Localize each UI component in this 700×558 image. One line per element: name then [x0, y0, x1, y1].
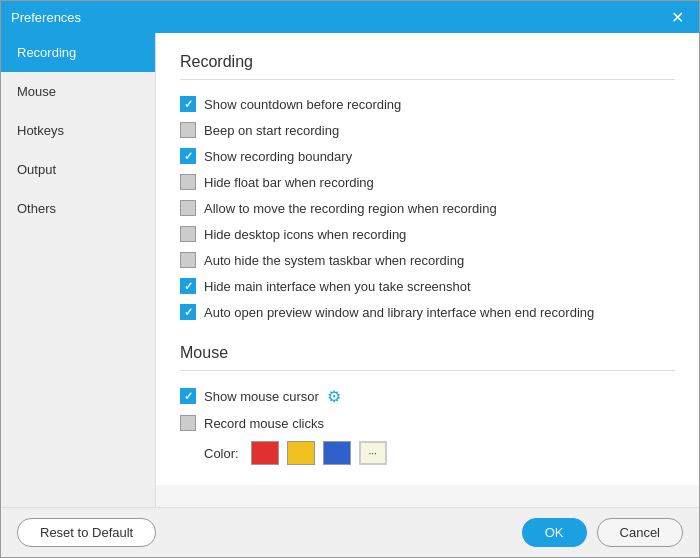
cancel-button[interactable]: Cancel: [597, 518, 683, 547]
color-more-button[interactable]: ···: [359, 441, 387, 465]
label-countdown: Show countdown before recording: [204, 97, 401, 112]
window-title: Preferences: [11, 10, 665, 25]
label-taskbar: Auto hide the system taskbar when record…: [204, 253, 464, 268]
sidebar-item-mouse[interactable]: Mouse: [1, 72, 155, 111]
reset-button[interactable]: Reset to Default: [17, 518, 156, 547]
checkbox-row-taskbar: Auto hide the system taskbar when record…: [180, 252, 675, 268]
checkbox-beep[interactable]: [180, 122, 196, 138]
checkbox-row-boundary: Show recording boundary: [180, 148, 675, 164]
recording-section-title: Recording: [180, 53, 675, 80]
main-content: Recording Show countdown before recordin…: [156, 33, 699, 485]
checkbox-record-clicks[interactable]: [180, 415, 196, 431]
checkbox-float-bar[interactable]: [180, 174, 196, 190]
checkbox-row-main-interface: Hide main interface when you take screen…: [180, 278, 675, 294]
title-bar: Preferences ✕: [1, 1, 699, 33]
checkbox-row-move-region: Allow to move the recording region when …: [180, 200, 675, 216]
color-row: Color: ···: [204, 441, 675, 465]
label-auto-open: Auto open preview window and library int…: [204, 305, 594, 320]
ok-button[interactable]: OK: [522, 518, 587, 547]
checkbox-boundary[interactable]: [180, 148, 196, 164]
checkbox-move-region[interactable]: [180, 200, 196, 216]
content-area: Recording Mouse Hotkeys Output Others Re…: [1, 33, 699, 507]
label-record-clicks: Record mouse clicks: [204, 416, 324, 431]
label-move-region: Allow to move the recording region when …: [204, 201, 497, 216]
checkbox-taskbar[interactable]: [180, 252, 196, 268]
sidebar-item-output[interactable]: Output: [1, 150, 155, 189]
label-float-bar: Hide float bar when recording: [204, 175, 374, 190]
checkbox-row-float-bar: Hide float bar when recording: [180, 174, 675, 190]
color-swatch-blue[interactable]: [323, 441, 351, 465]
checkbox-row-auto-open: Auto open preview window and library int…: [180, 304, 675, 320]
checkbox-row-record-clicks: Record mouse clicks: [180, 415, 675, 431]
color-label: Color:: [204, 446, 239, 461]
sidebar: Recording Mouse Hotkeys Output Others: [1, 33, 156, 507]
label-desktop-icons: Hide desktop icons when recording: [204, 227, 406, 242]
sidebar-item-recording[interactable]: Recording: [1, 33, 155, 72]
label-main-interface: Hide main interface when you take screen…: [204, 279, 471, 294]
preferences-window: Preferences ✕ Recording Mouse Hotkeys Ou…: [0, 0, 700, 558]
sidebar-item-hotkeys[interactable]: Hotkeys: [1, 111, 155, 150]
footer: Reset to Default OK Cancel: [1, 507, 699, 557]
checkbox-countdown[interactable]: [180, 96, 196, 112]
close-button[interactable]: ✕: [665, 5, 689, 29]
checkbox-row-beep: Beep on start recording: [180, 122, 675, 138]
gear-icon[interactable]: ⚙: [327, 387, 345, 405]
footer-right: OK Cancel: [522, 518, 683, 547]
label-show-cursor: Show mouse cursor: [204, 389, 319, 404]
checkbox-main-interface[interactable]: [180, 278, 196, 294]
mouse-section-title: Mouse: [180, 344, 675, 371]
checkbox-row-desktop-icons: Hide desktop icons when recording: [180, 226, 675, 242]
label-beep: Beep on start recording: [204, 123, 339, 138]
checkbox-row-show-cursor: Show mouse cursor ⚙: [180, 387, 675, 405]
checkbox-show-cursor[interactable]: [180, 388, 196, 404]
checkbox-auto-open[interactable]: [180, 304, 196, 320]
label-boundary: Show recording boundary: [204, 149, 352, 164]
checkbox-desktop-icons[interactable]: [180, 226, 196, 242]
main-wrapper: Recording Show countdown before recordin…: [156, 33, 699, 507]
color-swatch-yellow[interactable]: [287, 441, 315, 465]
checkbox-row-countdown: Show countdown before recording: [180, 96, 675, 112]
color-swatch-red[interactable]: [251, 441, 279, 465]
sidebar-item-others[interactable]: Others: [1, 189, 155, 228]
